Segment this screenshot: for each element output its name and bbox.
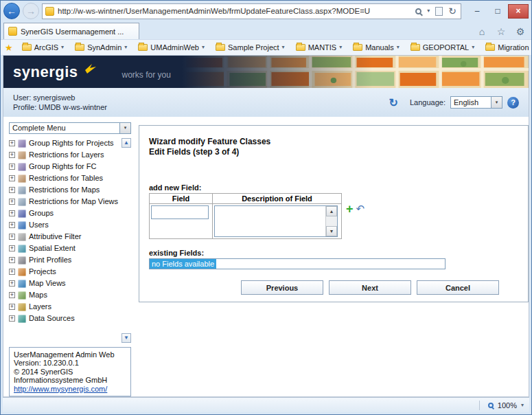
sidebar-item-data-sources[interactable]: + Data Sources xyxy=(9,313,120,325)
chevron-down-icon[interactable]: ▾ xyxy=(119,123,130,133)
favorite-item-umadminweb[interactable]: UMAdminWeb ▾ xyxy=(133,42,209,53)
sidebar-item-restrictions-maps[interactable]: + Restrictions for Maps xyxy=(9,185,120,197)
expand-plus-icon[interactable]: + xyxy=(9,164,15,170)
scroll-down-icon[interactable]: ▼ xyxy=(122,333,131,343)
zoom-dropdown-icon[interactable]: ▾ xyxy=(521,403,524,408)
synergis-link[interactable]: http://www.mysynergis.com/ xyxy=(14,385,107,393)
sidebar-item-group-rights-projects[interactable]: + Group Rights for Projects xyxy=(9,138,120,150)
favorite-label: SynAdmin xyxy=(87,43,122,52)
existing-fields-listbox[interactable]: no Fields available xyxy=(149,258,446,269)
add-field-button[interactable]: + xyxy=(346,204,354,214)
wizard-button-row: Previous Next Cancel xyxy=(149,280,528,295)
search-icon[interactable] xyxy=(415,8,421,14)
existing-fields-selected-item[interactable]: no Fields available xyxy=(150,259,216,269)
sidebar-item-layers[interactable]: + Layers xyxy=(9,302,120,313)
favorites-star-icon[interactable]: ★ xyxy=(5,43,13,53)
scroll-up-icon[interactable]: ▲ xyxy=(326,206,337,216)
chevron-down-icon[interactable]: ▾ xyxy=(202,45,205,50)
logo-swoosh-icon xyxy=(85,64,96,74)
profile-value: UMDB w-ws-wintner xyxy=(38,103,107,111)
favorite-item-mantis[interactable]: MANTIS ▾ xyxy=(291,42,347,53)
chevron-down-icon[interactable]: ▾ xyxy=(61,45,64,50)
favorite-item-manuals[interactable]: Manuals ▾ xyxy=(348,42,404,53)
undo-icon[interactable]: ↶ xyxy=(356,204,365,214)
expand-plus-icon[interactable]: + xyxy=(9,210,15,216)
sidebar-item-restrictions-layers[interactable]: + Restrictions for Layers xyxy=(9,150,120,161)
home-icon[interactable]: ⌂ xyxy=(474,24,490,39)
expand-plus-icon[interactable]: + xyxy=(9,199,15,205)
sidebar-item-spatial-extent[interactable]: + Spatial Extent xyxy=(9,243,120,255)
favorite-item-synadmin[interactable]: SynAdmin ▾ xyxy=(70,42,132,53)
expand-plus-icon[interactable]: + xyxy=(9,257,15,263)
field-name-input[interactable] xyxy=(151,205,209,219)
chevron-down-icon[interactable]: ▾ xyxy=(339,45,342,50)
sidebar-item-restrictions-tables[interactable]: + Restrictions for Tables xyxy=(9,173,120,185)
address-bar[interactable]: http://w-ws-wintner/UserManagementAdminW… xyxy=(42,3,461,19)
chevron-down-icon[interactable]: ▾ xyxy=(491,97,502,108)
groups-icon xyxy=(18,210,26,218)
favorites-icon[interactable]: ☆ xyxy=(493,24,509,39)
expand-plus-icon[interactable]: + xyxy=(9,175,15,181)
browser-tab[interactable]: SynerGIS Usermanagement ... xyxy=(3,23,139,39)
expand-plus-icon[interactable]: + xyxy=(9,280,15,287)
address-dropdown-icon[interactable]: ▾ xyxy=(427,8,430,14)
favorite-item-sample-project[interactable]: Sample Project ▾ xyxy=(211,42,290,53)
sidebar-item-label: Group Rights for Projects xyxy=(29,139,114,148)
previous-button[interactable]: Previous xyxy=(241,280,323,295)
sidebar-item-map-views[interactable]: + Map Views xyxy=(9,278,120,290)
url-text[interactable]: http://w-ws-wintner/UserManagementAdminW… xyxy=(58,7,412,15)
favorite-item-migration[interactable]: Migration ▾ xyxy=(481,42,532,53)
expand-plus-icon[interactable]: + xyxy=(9,269,15,275)
textarea-scrollbar[interactable]: ▲ ▼ xyxy=(325,206,337,236)
favorite-item-arcgis[interactable]: ArcGIS ▾ xyxy=(17,42,69,53)
forward-button[interactable]: → xyxy=(23,3,39,19)
language-select[interactable]: English ▾ xyxy=(450,96,502,109)
sidebar-item-users[interactable]: + Users xyxy=(9,220,120,232)
expand-plus-icon[interactable]: + xyxy=(9,140,15,146)
settings-gear-icon[interactable]: ⚙ xyxy=(512,24,529,39)
favorite-label: Sample Project xyxy=(228,43,279,52)
tagline: works for you xyxy=(122,70,171,80)
cancel-button[interactable]: Cancel xyxy=(417,280,499,295)
sidebar-item-projects[interactable]: + Projects xyxy=(9,267,120,278)
favorite-item-geoportal[interactable]: GEOPORTAL ▾ xyxy=(406,42,479,53)
zoom-level[interactable]: 100% xyxy=(498,401,517,410)
minimize-button[interactable]: – xyxy=(467,4,487,19)
chevron-down-icon[interactable]: ▾ xyxy=(124,45,127,50)
expand-plus-icon[interactable]: + xyxy=(9,292,15,298)
maximize-button[interactable]: □ xyxy=(487,4,508,19)
expand-plus-icon[interactable]: + xyxy=(9,245,15,251)
compatibility-view-icon[interactable] xyxy=(435,7,443,16)
sidebar-item-restrictions-map-views[interactable]: + Restrictions for Map Views xyxy=(9,197,120,208)
sidebar-item-maps[interactable]: + Maps xyxy=(9,290,120,302)
sync-refresh-icon[interactable]: ↻ xyxy=(389,96,398,109)
zoom-icon[interactable] xyxy=(488,403,494,408)
close-button[interactable]: × xyxy=(508,4,529,19)
sidebar-item-attributive-filter[interactable]: + Attributive Filter xyxy=(9,232,120,243)
sidebar-item-print-profiles[interactable]: + Print Profiles xyxy=(9,255,120,267)
group-rights-projects-icon xyxy=(18,139,26,148)
back-button[interactable]: ← xyxy=(3,3,20,19)
chevron-down-icon[interactable]: ▾ xyxy=(472,45,474,50)
expand-plus-icon[interactable]: + xyxy=(9,304,15,310)
scroll-down-icon[interactable]: ▼ xyxy=(326,226,337,236)
synergis-banner: synergis works for you xyxy=(3,56,529,88)
expand-plus-icon[interactable]: + xyxy=(9,234,15,240)
sidebar-item-groups[interactable]: + Groups xyxy=(9,208,120,220)
expand-plus-icon[interactable]: + xyxy=(9,222,15,228)
expand-plus-icon[interactable]: + xyxy=(9,152,15,158)
expand-plus-icon[interactable]: + xyxy=(9,187,15,193)
refresh-icon[interactable]: ↻ xyxy=(448,6,456,16)
next-button[interactable]: Next xyxy=(329,280,411,295)
field-description-textarea[interactable] xyxy=(215,206,325,236)
expand-plus-icon[interactable]: + xyxy=(9,315,15,322)
chevron-down-icon[interactable]: ▾ xyxy=(282,45,285,50)
user-info: User: synergisweb Profile: UMDB w-ws-win… xyxy=(13,93,107,112)
sidebar-item-label: Restrictions for Layers xyxy=(29,150,104,159)
chevron-down-icon[interactable]: ▾ xyxy=(397,45,400,50)
sidebar: Complete Menu ▾ + Group Rights for Proje… xyxy=(9,122,131,396)
sidebar-item-group-rights-fc[interactable]: + Group Rights for FC xyxy=(9,161,120,173)
scroll-up-icon[interactable]: ▲ xyxy=(122,138,131,148)
help-button[interactable]: ? xyxy=(507,97,519,109)
menu-filter-select[interactable]: Complete Menu ▾ xyxy=(9,122,131,134)
